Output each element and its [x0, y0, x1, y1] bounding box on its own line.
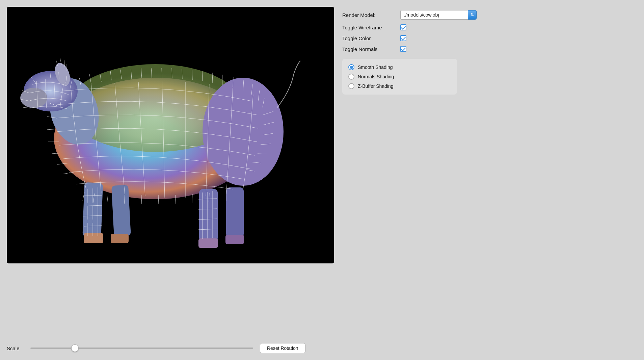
shading-group: Smooth Shading Normals Shading Z-Buffer …	[342, 59, 457, 95]
smooth-shading-radio[interactable]	[348, 64, 354, 70]
svg-line-49	[192, 194, 192, 203]
bottom-bar: Scale Reset Rotation	[0, 338, 644, 360]
scale-slider-wrapper[interactable]	[30, 345, 253, 352]
arrow-icon: ⇅	[471, 12, 474, 17]
toggle-wireframe-checkbox[interactable]	[400, 24, 406, 30]
scale-track	[30, 348, 253, 349]
svg-rect-12	[198, 238, 218, 248]
model-dropdown-arrow[interactable]: ⇅	[468, 10, 477, 20]
scale-thumb[interactable]	[71, 344, 79, 352]
svg-rect-9	[111, 185, 131, 236]
render-model-label: Render Model:	[342, 12, 396, 18]
model-viewport[interactable]	[7, 7, 334, 263]
toggle-color-label: Toggle Color	[342, 35, 396, 41]
svg-rect-14	[225, 235, 244, 244]
svg-rect-10	[111, 234, 129, 243]
svg-line-44	[107, 195, 108, 204]
cow-render	[7, 7, 334, 263]
normals-shading-row[interactable]: Normals Shading	[348, 74, 451, 80]
toggle-normals-row: Toggle Normals	[342, 46, 637, 52]
smooth-shading-row[interactable]: Smooth Shading	[348, 64, 451, 70]
toggle-wireframe-label: Toggle Wireframe	[342, 25, 396, 30]
svg-point-6	[203, 78, 284, 186]
scale-label: Scale	[7, 345, 24, 351]
toggle-normals-label: Toggle Normals	[342, 46, 396, 52]
smooth-shading-label: Smooth Shading	[358, 65, 393, 70]
right-panel: Render Model: ./models/cow.obj ⇅ Toggle …	[342, 7, 637, 338]
reset-rotation-button[interactable]: Reset Rotation	[260, 343, 305, 353]
render-model-row: Render Model: ./models/cow.obj ⇅	[342, 10, 637, 20]
model-select[interactable]: ./models/cow.obj	[400, 10, 468, 20]
normals-shading-radio[interactable]	[348, 74, 354, 80]
svg-rect-13	[226, 187, 244, 237]
svg-rect-8	[84, 233, 103, 243]
main-layout: Render Model: ./models/cow.obj ⇅ Toggle …	[0, 0, 644, 338]
svg-rect-11	[199, 189, 218, 241]
toggle-color-row: Toggle Color	[342, 35, 637, 41]
zbuffer-shading-label: Z-Buffer Shading	[358, 83, 394, 89]
zbuffer-shading-radio[interactable]	[348, 83, 354, 89]
toggle-wireframe-row: Toggle Wireframe	[342, 24, 637, 30]
normals-shading-label: Normals Shading	[358, 74, 394, 79]
model-select-wrapper: ./models/cow.obj ⇅	[400, 10, 477, 20]
toggle-normals-checkbox[interactable]	[400, 46, 406, 52]
svg-line-80	[23, 107, 30, 108]
toggle-color-checkbox[interactable]	[400, 35, 406, 41]
zbuffer-shading-row[interactable]: Z-Buffer Shading	[348, 83, 451, 89]
